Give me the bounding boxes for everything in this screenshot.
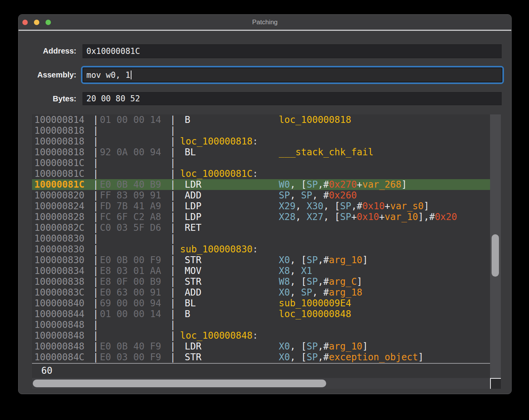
row-address: 100000818 xyxy=(34,136,84,147)
assembly-input[interactable]: mov w0, 1 xyxy=(83,67,502,82)
operand-reg: SP xyxy=(340,212,351,222)
v-scrollbar-track[interactable] xyxy=(490,114,501,378)
column-separator: | xyxy=(93,168,98,179)
row-bytes: FC 6F C2 A8 xyxy=(100,212,161,222)
row-mnemonic: ADD xyxy=(185,190,201,201)
column-separator: | xyxy=(170,179,175,190)
listing-row[interactable]: 100000844|01 00 00 14|Bloc_100000848 xyxy=(32,309,490,319)
listing-row[interactable]: 100000830|E0 0B 00 F9|STRX0, [SP,#arg_10… xyxy=(32,255,490,265)
operand-pln: , [ xyxy=(323,201,340,212)
row-address: 100000820 xyxy=(34,190,84,201)
operand-reg: X29 xyxy=(279,201,295,212)
listing-row[interactable]: 100000848||loc_100000848: xyxy=(32,330,490,341)
column-separator: | xyxy=(93,319,98,330)
address-value: 0x10000081C xyxy=(86,47,140,56)
bytes-input[interactable]: 20 00 80 52 xyxy=(83,92,502,105)
column-separator: | xyxy=(93,233,98,244)
listing-row[interactable]: 100000818||loc_100000818: xyxy=(32,136,490,147)
operand-pln: , xyxy=(290,287,301,298)
listing-row[interactable]: 100000848|E0 0B 40 F9|LDRX0, [SP,#arg_10… xyxy=(32,341,490,352)
listing-row[interactable]: 10000084C|E0 03 00 F9|STRX0, [SP,#except… xyxy=(32,352,490,363)
operand-reg: SP xyxy=(307,341,318,352)
listing-row[interactable]: 10000082C|C0 03 5F D6|RET xyxy=(32,222,490,233)
address-input[interactable]: 0x10000081C xyxy=(83,44,502,58)
assembly-focus-ring: mov w0, 1 xyxy=(81,66,504,84)
column-separator: | xyxy=(170,244,175,255)
column-separator: | xyxy=(93,212,98,222)
listing-row[interactable]: 100000838|E8 0F 00 B9|STRW8, [SP,#arg_C] xyxy=(32,276,490,287)
row-operands: X29, X30, [SP,#0x10+var_s0] xyxy=(279,201,429,212)
resize-corner[interactable] xyxy=(490,378,501,389)
listing-row[interactable]: 100000830|| xyxy=(32,233,490,244)
row-mnemonic: BL xyxy=(185,147,196,158)
row-operands: X0, [SP,#arg_10] xyxy=(279,255,368,265)
listing-row[interactable]: 100000818|| xyxy=(32,125,490,136)
listing-row[interactable]: 10000081C|| xyxy=(32,158,490,168)
row-bytes: E0 03 00 F9 xyxy=(100,352,161,363)
operand-pln: , [ xyxy=(290,179,307,190)
listing-row[interactable]: 10000083C|E0 63 00 91|ADDX0, SP, #arg_18 xyxy=(32,287,490,298)
titlebar[interactable]: Patching xyxy=(19,15,511,30)
row-bytes: 01 00 00 14 xyxy=(100,114,161,125)
h-scrollbar-track[interactable] xyxy=(32,378,490,389)
assembly-label: Assembly: xyxy=(19,71,76,79)
row-label: loc_100000848: xyxy=(180,330,258,341)
column-separator: | xyxy=(93,341,98,352)
operand-pln: ] xyxy=(424,201,429,212)
listing-row[interactable]: 100000828|FC 6F C2 A8|LDPX28, X27, [SP+0… xyxy=(32,212,490,222)
listing-row[interactable]: 100000830||sub_100000830: xyxy=(32,244,490,255)
operand-reg: X0 xyxy=(279,255,290,265)
label-name: sub_100000830 xyxy=(180,244,253,255)
row-mnemonic: B xyxy=(185,114,190,125)
column-separator: | xyxy=(93,158,98,168)
operand-lbl: sub_1000009E4 xyxy=(279,298,351,309)
row-bytes: 01 00 00 14 xyxy=(100,309,161,319)
row-bytes: E8 0F 00 B9 xyxy=(100,276,161,287)
row-bytes: E8 03 01 AA xyxy=(100,265,161,276)
column-separator: | xyxy=(170,298,175,309)
column-separator: | xyxy=(170,276,175,287)
row-address: 10000082C xyxy=(34,222,84,233)
row-mnemonic: STR xyxy=(185,276,201,287)
column-separator: | xyxy=(170,309,175,319)
column-separator: | xyxy=(93,179,98,190)
listing-row[interactable]: 100000840|69 00 00 94|BLsub_1000009E4 xyxy=(32,298,490,309)
listing-row[interactable]: 100000820|FF 83 09 91|ADDSP, SP, #0x260 xyxy=(32,190,490,201)
text-cursor xyxy=(131,71,131,79)
operand-pln: , [ xyxy=(290,255,307,265)
patching-window: Patching Address: 0x10000081C Assembly: … xyxy=(18,14,512,394)
row-address: 10000081C xyxy=(34,168,84,179)
row-operands: loc_100000848 xyxy=(279,309,351,319)
listing-row[interactable]: 100000814|01 00 00 14|Bloc_100000818 xyxy=(32,114,490,125)
column-separator: | xyxy=(93,276,98,287)
row-operands: W8, [SP,#arg_C] xyxy=(279,276,362,287)
listing-row[interactable]: 100000848|| xyxy=(32,319,490,330)
row-address: 100000830 xyxy=(34,233,84,244)
listing-row-highlighted[interactable]: 10000081C|E0 0B 40 B9|LDRW0, [SP,#0x270+… xyxy=(32,179,490,190)
operand-reg: SP xyxy=(307,255,318,265)
operand-reg: SP xyxy=(301,287,312,298)
operand-pln: ] xyxy=(401,179,407,190)
status-row: 60 xyxy=(32,364,490,378)
listing-row[interactable]: 100000824|FD 7B 41 A9|LDPX29, X30, [SP,#… xyxy=(32,201,490,212)
row-address: 100000838 xyxy=(34,276,84,287)
label-colon: : xyxy=(253,330,258,341)
column-separator: | xyxy=(93,309,98,319)
column-separator: | xyxy=(170,114,175,125)
row-mnemonic: MOV xyxy=(185,265,201,276)
status-value: 60 xyxy=(41,365,52,376)
row-address: 100000828 xyxy=(34,212,84,222)
row-bytes: C0 03 5F D6 xyxy=(100,222,161,233)
row-address: 10000081C xyxy=(34,158,84,168)
v-scrollbar-thumb[interactable] xyxy=(492,234,499,277)
column-separator: | xyxy=(93,201,98,212)
listing-row[interactable]: 10000081C||loc_10000081C: xyxy=(32,168,490,179)
row-address: 100000840 xyxy=(34,298,84,309)
operand-reg: SP xyxy=(307,179,318,190)
row-bytes: FF 83 09 91 xyxy=(100,190,161,201)
h-scrollbar-thumb[interactable] xyxy=(33,380,326,387)
operand-pln: , xyxy=(290,265,301,276)
column-separator: | xyxy=(93,114,98,125)
listing-row[interactable]: 100000818|92 0A 00 94|BL___stack_chk_fai… xyxy=(32,147,490,158)
listing-row[interactable]: 100000834|E8 03 01 AA|MOVX8, X1 xyxy=(32,265,490,276)
